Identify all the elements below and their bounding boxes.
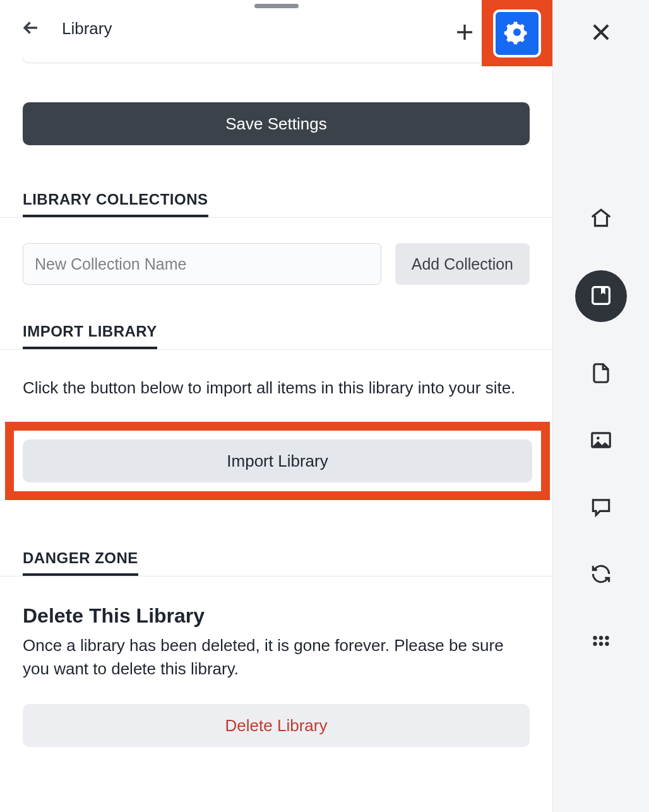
settings-button[interactable]: [493, 9, 541, 57]
nav-comments[interactable]: [586, 493, 616, 523]
section-collections: LIBRARY COLLECTIONS: [0, 191, 552, 218]
topbar-actions: [448, 0, 552, 66]
arrow-left-icon: [20, 17, 42, 40]
chat-icon: [589, 495, 613, 521]
image-icon: [589, 428, 613, 454]
collection-row: Add Collection: [23, 243, 530, 285]
svg-point-7: [593, 642, 597, 645]
section-danger: DANGER ZONE: [0, 549, 552, 576]
content: Save Settings LIBRARY COLLECTIONS Add Co…: [0, 57, 552, 747]
import-highlight: Import Library: [5, 422, 550, 500]
gear-icon: [504, 19, 530, 47]
svg-point-5: [599, 636, 603, 640]
settings-highlight: [482, 0, 552, 66]
library-panel: Library Save Settings: [0, 0, 553, 812]
danger-header: DANGER ZONE: [23, 549, 138, 576]
section-import: IMPORT LIBRARY: [0, 323, 552, 350]
add-button[interactable]: [448, 16, 482, 51]
add-collection-button[interactable]: Add Collection: [395, 243, 530, 285]
back-button[interactable]: [18, 15, 44, 43]
collection-name-input[interactable]: [23, 243, 381, 285]
nav-media[interactable]: [586, 426, 616, 456]
danger-title: Delete This Library: [23, 604, 530, 628]
delete-library-button[interactable]: Delete Library: [23, 704, 530, 747]
file-icon: [589, 361, 613, 387]
import-header: IMPORT LIBRARY: [23, 323, 157, 349]
page-title: Library: [62, 19, 112, 39]
import-description: Click the button below to import all ite…: [23, 376, 530, 399]
svg-point-0: [513, 28, 521, 36]
close-icon: [589, 20, 613, 46]
svg-point-3: [597, 436, 600, 439]
nav-sync[interactable]: [586, 559, 616, 590]
svg-point-8: [599, 642, 603, 645]
plus-icon: [453, 21, 476, 45]
nav-library[interactable]: [575, 270, 627, 322]
bookmark-box-icon: [588, 283, 614, 310]
svg-point-6: [605, 636, 609, 640]
nav-more[interactable]: [586, 626, 616, 657]
collections-header: LIBRARY COLLECTIONS: [23, 191, 208, 217]
save-settings-button[interactable]: Save Settings: [23, 102, 530, 145]
grid-dots-icon: [589, 629, 613, 655]
svg-point-4: [593, 636, 597, 640]
nav-pages[interactable]: [586, 359, 616, 389]
topbar: Library: [0, 0, 552, 57]
sync-icon: [589, 562, 613, 588]
side-rail: [553, 0, 649, 812]
svg-point-9: [605, 642, 609, 645]
import-library-button[interactable]: Import Library: [23, 439, 532, 482]
danger-description: Once a library has been deleted, it is g…: [23, 634, 530, 680]
home-icon: [589, 206, 613, 232]
close-button[interactable]: [586, 18, 616, 48]
nav-home[interactable]: [586, 203, 616, 234]
